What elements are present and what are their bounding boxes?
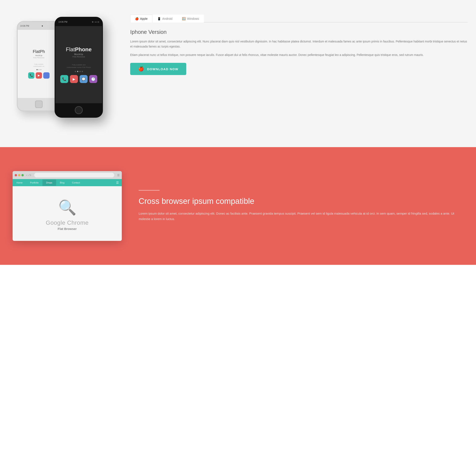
phone-black-icon-chat: 💬 — [80, 75, 87, 83]
browser-app-title: Google Chrome — [46, 219, 89, 226]
browser-forward-btn[interactable]: › — [28, 174, 29, 176]
phone-black-signal: ▪▪▪ ⊟ — [95, 21, 99, 23]
iphone-section-title: Iphone Version — [130, 29, 468, 35]
browser-nav-home[interactable]: Home — [13, 180, 26, 186]
browser-close-dot — [15, 174, 17, 176]
browser-back-btn[interactable]: ‹ — [26, 174, 27, 176]
browser-nav-contact[interactable]: Contact — [68, 180, 84, 186]
tab-windows[interactable]: 🪟 Windows — [177, 15, 204, 22]
download-now-button[interactable]: 🍎 DOWNLOAD NOW — [130, 63, 186, 75]
phone-black-icon-phone: 📞 — [60, 75, 68, 83]
phone-mockup-area: 14:06 PM ▪▪▪ FlatPh MockUp Free Resource… — [8, 13, 118, 134]
phone-black-free: Free Resource — [72, 56, 85, 58]
cross-browser-body: Lorem ipsum dolor sit amet, consectetur … — [138, 211, 463, 222]
camera-dot-white — [42, 25, 43, 26]
phone-black-subtitle: MockUp — [74, 53, 83, 55]
phone-black-topbar: 14:06 PM ▪▪▪ ⊟ — [55, 18, 102, 26]
browser-nav-tabs: Home Portfolio Drops Blog Contact ☰ — [13, 179, 122, 186]
browser-hamburger-icon[interactable]: ☰ — [113, 179, 122, 186]
phone-white-free: Free Resource — [34, 57, 45, 59]
phone-black-icons: 📞 ▶ 💬 🕐 — [60, 75, 97, 83]
tab-android-label: Android — [162, 17, 172, 20]
phone-black-title-light: Flat — [66, 46, 75, 53]
phone-black-screen: FlatPhone MockUp Free Resource Fully-sca… — [55, 26, 102, 103]
tabs-container: 🍎 Apple 📱 Android 🪟 Windows — [130, 15, 468, 22]
browser-app-subtitle: Flat Browser — [58, 227, 77, 231]
tab-apple-label: Apple — [140, 17, 148, 20]
browser-window-controls — [15, 174, 24, 176]
phone-white-home-btn — [35, 100, 43, 108]
phone-white-icon-extra — [43, 72, 50, 79]
browser-nav-portfolio[interactable]: Portfolio — [26, 180, 42, 186]
camera-dot-black — [92, 21, 93, 23]
iphone-paragraph-2: Etiam placerat nunc ut tellus tristique,… — [130, 53, 468, 58]
section-cross-browser: ‹ › ↻ ☰ Home Portfolio Drops Blog Contac… — [0, 147, 476, 265]
download-btn-label: DOWNLOAD NOW — [147, 67, 178, 71]
phone-black-dots — [75, 71, 83, 72]
phone-white-desc: Fully-scalablecustomizable vec — [33, 63, 45, 68]
phone-black-desc: Fully-scalable andcustomizable vector PS… — [67, 64, 91, 69]
browser-menu-icon[interactable]: ☰ — [117, 174, 120, 177]
phone-black-icon-play: ▶ — [70, 75, 78, 83]
phone-white-bottom — [18, 98, 60, 110]
browser-maximize-dot — [21, 174, 24, 176]
phone-black-topbar-right: ▪▪▪ ⊟ — [92, 21, 99, 23]
browser-content-area: 🔍 Google Chrome Flat Browser — [13, 186, 122, 241]
download-apple-icon: 🍎 — [138, 66, 144, 72]
phone-white-dots — [36, 69, 41, 70]
phone-white-icon-play: ▶ — [36, 72, 42, 79]
content-area: 🍎 Apple 📱 Android 🪟 Windows Iphone Versi… — [130, 13, 468, 75]
browser-nav-arrows: ‹ › ↻ — [26, 174, 31, 177]
phone-white-title-light: FlatPh — [33, 49, 45, 54]
browser-refresh-btn[interactable]: ↻ — [29, 174, 31, 177]
phone-white-topbar: 14:06 PM ▪▪▪ — [18, 22, 60, 30]
android-tab-icon: 📱 — [157, 17, 161, 20]
browser-nav-drops[interactable]: Drops — [42, 180, 56, 186]
tab-android[interactable]: 📱 Android — [153, 15, 177, 22]
phone-black-title-bold: Phone — [75, 46, 92, 53]
cross-browser-divider — [138, 190, 160, 191]
section-phones: 14:06 PM ▪▪▪ FlatPh MockUp Free Resource… — [0, 0, 476, 147]
phone-black-bottom — [55, 103, 102, 117]
phone-black-time: 14:06 PM — [58, 21, 68, 23]
phone-black: 14:06 PM ▪▪▪ ⊟ FlatPhone MockUp Free Res… — [55, 17, 103, 118]
browser-minimize-dot — [18, 174, 20, 176]
browser-nav-blog[interactable]: Blog — [56, 180, 68, 186]
phone-black-home-btn — [75, 106, 83, 114]
phone-white: 14:06 PM ▪▪▪ FlatPh MockUp Free Resource… — [17, 21, 61, 111]
phone-white-icons: 📞 ▶ — [28, 72, 50, 79]
phone-black-title: FlatPhone — [66, 46, 92, 53]
phone-white-time: 14:06 PM — [20, 25, 29, 27]
cross-browser-text: Cross browser ipsum compatible Lorem ips… — [138, 190, 463, 222]
phone-white-title: FlatPh — [33, 49, 45, 54]
browser-url-bar[interactable] — [34, 173, 114, 177]
browser-mockup: ‹ › ↻ ☰ Home Portfolio Drops Blog Contac… — [13, 171, 122, 241]
apple-tab-icon: 🍎 — [135, 17, 138, 20]
phone-white-subtitle: MockUp — [35, 55, 42, 56]
browser-toolbar: ‹ › ↻ ☰ — [13, 171, 122, 179]
phone-black-icon-clock: 🕐 — [89, 75, 97, 83]
browser-search-icon: 🔍 — [58, 199, 76, 216]
phone-white-screen: FlatPh MockUp Free Resource Fully-scalab… — [18, 30, 60, 98]
tab-apple[interactable]: 🍎 Apple — [130, 15, 153, 22]
cross-browser-title: Cross browser ipsum compatible — [138, 197, 463, 206]
windows-tab-icon: 🪟 — [182, 17, 186, 20]
iphone-paragraph-1: Lorem ipsum dolor sit amet, consectetur … — [130, 39, 468, 49]
phone-white-icon-phone: 📞 — [28, 72, 34, 79]
tab-windows-label: Windows — [187, 17, 199, 20]
